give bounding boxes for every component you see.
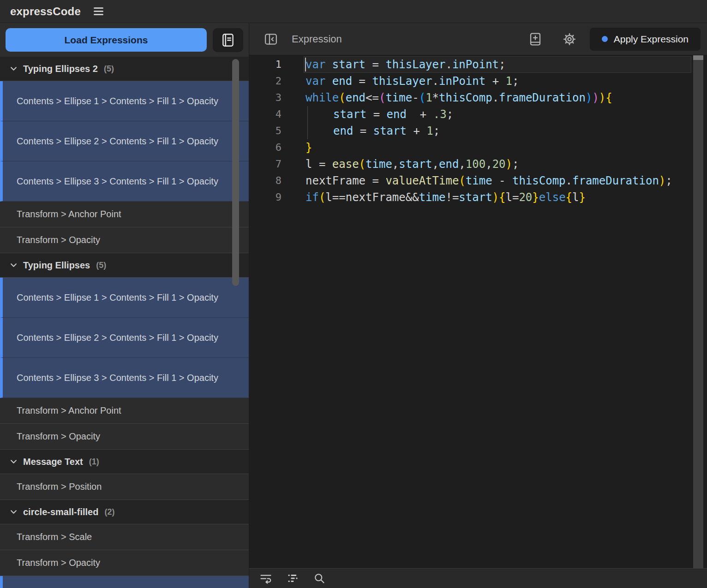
code-editor[interactable]: 1var start = thisLayer.inPoint;2var end …	[249, 55, 707, 568]
editor-title: Expression	[292, 33, 342, 45]
code-text: var end = thisLayer.inPoint + 1;	[306, 73, 519, 89]
chevron-down-icon	[10, 459, 17, 464]
expression-list-item[interactable]: Contents > Ellipse 3 > Contents > Fill 1…	[0, 161, 249, 202]
code-line: 5end = start + 1;	[249, 123, 707, 139]
property-path-label: Transform > Scale	[17, 530, 92, 544]
save-to-library-button[interactable]	[528, 32, 543, 47]
collapse-panel-button[interactable]	[264, 32, 278, 46]
property-path-label: Contents > Ellipse 3 > Contents > Fill 1…	[17, 371, 218, 385]
code-text: }	[306, 139, 312, 156]
expression-list-item[interactable]: Transform > Opacity	[0, 424, 249, 450]
sidebar: Load Expressions Typing Ellipses 2(5)Con…	[0, 23, 249, 588]
settings-button[interactable]	[562, 32, 577, 47]
word-wrap-button[interactable]	[259, 572, 272, 585]
code-line: 4start = end + .3;	[249, 106, 707, 123]
expression-list-item[interactable]: Transform > Anchor Point	[0, 398, 249, 424]
line-number: 5	[249, 123, 282, 139]
format-code-button[interactable]	[286, 572, 299, 585]
code-line: 7l = ease(time,start,end,100,20);	[249, 156, 707, 172]
format-icon	[286, 572, 299, 585]
layer-group-label: Typing Ellipses	[23, 260, 90, 271]
code-line: 2var end = thisLayer.inPoint + 1;	[249, 73, 707, 89]
status-dot	[602, 36, 608, 42]
editor-scrollbar[interactable]	[693, 55, 703, 568]
expression-list-item[interactable]: Transform > Opacity	[0, 227, 249, 253]
expression-list-item[interactable]: Contents > Ellipse 1 > Contents > Fill 1…	[0, 576, 249, 588]
property-path-label: Transform > Opacity	[17, 233, 100, 247]
line-number: 2	[249, 73, 282, 89]
code-text: end = start + 1;	[306, 123, 440, 139]
hamburger-menu-icon[interactable]	[94, 7, 103, 15]
app-title: expressCode	[10, 5, 81, 18]
expression-list-item[interactable]: Transform > Scale	[0, 524, 249, 550]
layer-group-label: circle-small-filled	[23, 507, 98, 517]
word-wrap-icon	[259, 572, 272, 585]
layer-group-header[interactable]: Typing Ellipses(5)	[0, 253, 249, 278]
library-button[interactable]	[213, 28, 243, 52]
code-text: nextFrame = valueAtTime(time - thisComp.…	[306, 172, 672, 189]
line-number: 7	[249, 156, 282, 172]
expression-list-item[interactable]: Contents > Ellipse 1 > Contents > Fill 1…	[0, 278, 249, 318]
editor-scrollbar-thumb[interactable]	[693, 55, 703, 60]
code-line: 9if(l==nextFrame&&time!=start){l=20}else…	[249, 189, 707, 206]
layer-group-header[interactable]: Typing Ellipses 2(5)	[0, 57, 249, 81]
expression-list: Typing Ellipses 2(5)Contents > Ellipse 1…	[0, 57, 249, 588]
app-top-bar: expressCode	[0, 0, 707, 23]
expression-list-item[interactable]: Transform > Anchor Point	[0, 202, 249, 227]
load-expressions-button[interactable]: Load Expressions	[6, 28, 207, 52]
layer-group-header[interactable]: circle-small-filled(2)	[0, 500, 249, 524]
sidebar-toolbar: Load Expressions	[0, 23, 249, 57]
property-path-label: Transform > Anchor Point	[17, 208, 121, 221]
code-text: start = end + .3;	[306, 106, 453, 123]
layer-group-label: Message Text	[23, 457, 83, 467]
property-path-label: Contents > Ellipse 1 > Contents > Fill 1…	[17, 291, 218, 304]
property-path-label: Contents > Ellipse 1 > Contents > Fill 1…	[17, 95, 218, 108]
property-path-label: Transform > Opacity	[17, 430, 100, 443]
code-text: var start = thisLayer.inPoint;	[306, 56, 506, 73]
main-layout: Load Expressions Typing Ellipses 2(5)Con…	[0, 23, 707, 588]
book-plus-icon	[528, 32, 543, 47]
code-text: while(end<=(time-(1*thisComp.frameDurati…	[306, 89, 612, 106]
code-line: 6}	[249, 139, 707, 156]
code-line: 8nextFrame = valueAtTime(time - thisComp…	[249, 172, 707, 189]
line-number: 9	[249, 189, 282, 206]
code-line: 3while(end<=(time-(1*thisComp.frameDurat…	[249, 89, 707, 106]
layer-group-count: (1)	[89, 457, 99, 467]
line-number: 8	[249, 172, 282, 189]
collapse-panel-icon	[264, 32, 278, 46]
chevron-down-icon	[10, 510, 17, 514]
editor-bottom-toolbar	[249, 568, 707, 588]
property-path-label: Contents > Ellipse 2 > Contents > Fill 1…	[17, 135, 218, 148]
search-icon	[313, 572, 326, 585]
layer-group-count: (5)	[104, 64, 114, 74]
code-line: 1var start = thisLayer.inPoint;	[249, 56, 707, 73]
indent-guide	[307, 123, 333, 139]
text-cursor	[305, 58, 306, 71]
expression-list-item[interactable]: Transform > Position	[0, 474, 249, 500]
expression-list-item[interactable]: Contents > Ellipse 2 > Contents > Fill 1…	[0, 318, 249, 358]
expression-editor-panel: Expression	[249, 23, 707, 588]
apply-expression-label: Apply Expression	[614, 34, 689, 45]
line-number: 3	[249, 89, 282, 106]
sidebar-scrollbar-thumb[interactable]	[232, 59, 239, 286]
editor-header: Expression	[249, 23, 707, 55]
layer-group-header[interactable]: Message Text(1)	[0, 450, 249, 474]
chevron-down-icon	[10, 66, 17, 71]
apply-expression-button[interactable]: Apply Expression	[590, 28, 701, 51]
expression-list-item[interactable]: Contents > Ellipse 3 > Contents > Fill 1…	[0, 358, 249, 398]
expression-list-item[interactable]: Contents > Ellipse 1 > Contents > Fill 1…	[0, 81, 249, 121]
line-number: 6	[249, 139, 282, 156]
code-text: l = ease(time,start,end,100,20);	[306, 156, 519, 172]
expression-list-item[interactable]: Contents > Ellipse 2 > Contents > Fill 1…	[0, 121, 249, 161]
property-path-label: Contents > Ellipse 2 > Contents > Fill 1…	[17, 331, 218, 344]
layer-group-label: Typing Ellipses 2	[23, 64, 98, 74]
chevron-down-icon	[10, 263, 17, 267]
property-path-label: Transform > Opacity	[17, 556, 100, 570]
search-button[interactable]	[313, 572, 326, 585]
expression-list-item[interactable]: Transform > Opacity	[0, 550, 249, 576]
indent-guide	[307, 106, 333, 123]
property-path-label: Transform > Anchor Point	[17, 404, 121, 417]
book-icon	[220, 32, 236, 48]
property-path-label: Contents > Ellipse 3 > Contents > Fill 1…	[17, 175, 218, 188]
code-text: if(l==nextFrame&&time!=start){l=20}else{…	[306, 189, 586, 206]
